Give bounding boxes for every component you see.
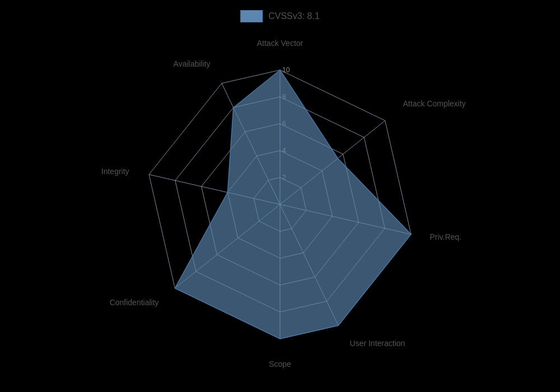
- svg-text:10: 10: [282, 66, 290, 74]
- svg-text:Attack Vector: Attack Vector: [257, 39, 304, 48]
- chart-container: CVSSv3: 8.1 .grid-line { stroke: #9ab0c8…: [0, 0, 560, 392]
- svg-text:Availability: Availability: [174, 59, 211, 68]
- svg-text:Attack Complexity: Attack Complexity: [403, 99, 466, 108]
- svg-text:Integrity: Integrity: [101, 167, 129, 176]
- svg-text:Priv.Req.: Priv.Req.: [430, 232, 461, 241]
- svg-text:Confidentiality: Confidentiality: [110, 298, 159, 307]
- radar-chart-svg: .grid-line { stroke: #9ab0c8; stroke-wid…: [0, 0, 560, 392]
- svg-text:Scope: Scope: [269, 360, 291, 368]
- svg-text:User Interaction: User Interaction: [350, 339, 405, 348]
